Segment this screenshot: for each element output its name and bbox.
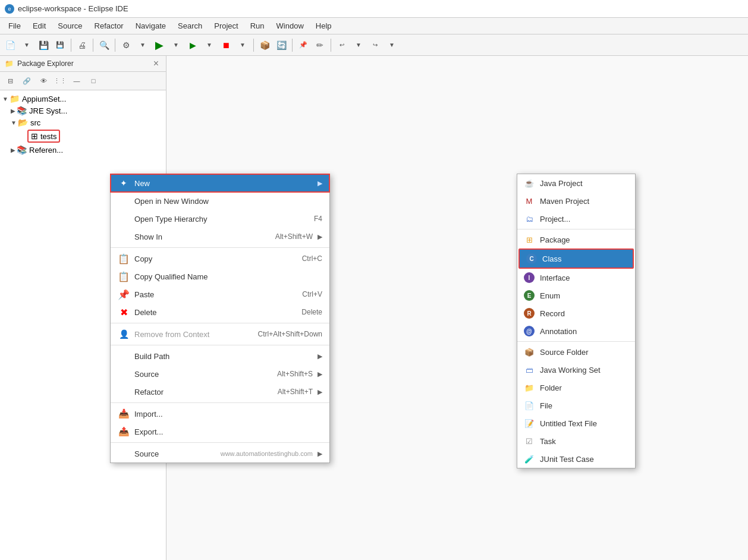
sub-maven-project[interactable]: M Maven Project — [517, 192, 635, 210]
sub-folder[interactable]: 📁 Folder — [517, 379, 635, 397]
src-label: src — [30, 118, 40, 127]
menu-help[interactable]: Help — [310, 19, 338, 33]
toolbar-run2-dropdown[interactable]: ▼ — [202, 37, 217, 53]
sub-record-label: Record — [540, 309, 565, 318]
ctx-delete[interactable]: ✖ Delete Delete — [111, 303, 329, 321]
pe-minimize[interactable]: — — [69, 73, 84, 89]
toolbar-forward-dropdown[interactable]: ▼ — [384, 37, 400, 53]
toolbar-open-type[interactable]: 📦 — [257, 37, 272, 53]
sub-file[interactable]: 📄 File — [517, 397, 635, 414]
pe-maximize[interactable]: □ — [86, 73, 101, 89]
ctx-show-in-icon — [118, 231, 130, 243]
tree-src[interactable]: ▼ 📂 src — [0, 117, 166, 128]
ctx-refactor-shortcut: Alt+Shift+T — [266, 388, 313, 396]
toolbar-run2[interactable]: ▶ — [185, 37, 200, 53]
toolbar-save[interactable]: 💾 — [36, 37, 51, 53]
toolbar-search[interactable]: 🔍 — [96, 37, 112, 53]
ctx-sep5 — [111, 442, 329, 443]
toolbar-sep3 — [115, 39, 115, 52]
pe-view-menu[interactable]: 👁 — [36, 73, 51, 89]
sub-record[interactable]: R Record — [517, 304, 635, 322]
toolbar-open-resource[interactable]: 🔄 — [274, 37, 289, 53]
ctx-show-in[interactable]: Show In Alt+Shift+W ▶ — [111, 228, 329, 246]
menu-window[interactable]: Window — [271, 19, 310, 33]
toolbar-debug[interactable]: ⚙ — [118, 37, 134, 53]
sub-untitled-text[interactable]: 📝 Untitled Text File — [517, 414, 635, 432]
toolbar-run[interactable]: ▶ — [152, 37, 167, 53]
toolbar-print[interactable]: 🖨 — [74, 37, 90, 53]
sub-junit-test-case[interactable]: 🧪 JUnit Test Case — [517, 450, 635, 468]
sub-annotation[interactable]: @ Annotation — [517, 322, 635, 340]
toolbar-back[interactable]: ↩ — [334, 37, 350, 53]
ctx-new[interactable]: ✦ New ▶ — [111, 174, 329, 192]
toolbar-run-dropdown[interactable]: ▼ — [168, 37, 184, 53]
ctx-source-bottom-label: Source — [134, 449, 209, 458]
tree-tests[interactable]: ▶ ⊞ tests — [0, 128, 166, 144]
ctx-refactor[interactable]: Refactor Alt+Shift+T ▶ — [111, 383, 329, 401]
menu-search[interactable]: Search — [172, 19, 208, 33]
ctx-export[interactable]: 📤 Export... — [111, 423, 329, 441]
toolbar-dropdown[interactable]: ▼ — [19, 37, 34, 53]
menu-file[interactable]: File — [2, 19, 27, 33]
sub-java-project[interactable]: ☕ Java Project — [517, 174, 635, 192]
maven-project-icon: M — [523, 195, 535, 207]
sub-java-working-set-label: Java Working Set — [540, 366, 601, 375]
sub-class[interactable]: C Class — [518, 248, 634, 269]
pe-collapse-all[interactable]: ⊟ — [2, 73, 18, 89]
pe-close-button[interactable]: × — [151, 58, 161, 69]
ctx-export-label: Export... — [134, 427, 322, 436]
ctx-open-new-window[interactable]: Open in New Window — [111, 192, 329, 210]
tests-icon: ⊞ — [31, 131, 38, 141]
menu-edit[interactable]: Edit — [27, 19, 52, 33]
pe-link-editor[interactable]: 🔗 — [19, 73, 34, 89]
ctx-build-path[interactable]: Build Path ▶ — [111, 347, 329, 365]
menu-refactor[interactable]: Refactor — [89, 19, 130, 33]
sub-package[interactable]: ⊞ Package — [517, 231, 635, 248]
ctx-copy-qualified[interactable]: 📋 Copy Qualified Name — [111, 268, 329, 285]
ctx-source[interactable]: Source Alt+Shift+S ▶ — [111, 365, 329, 383]
class-icon: C — [526, 253, 538, 265]
sub-source-folder[interactable]: 📦 Source Folder — [517, 343, 635, 361]
toolbar-new-btn[interactable]: 📄 — [2, 37, 18, 53]
toolbar-back-dropdown[interactable]: ▼ — [351, 37, 366, 53]
toolbar: 📄 ▼ 💾 💾 🖨 🔍 ⚙ ▼ ▶ ▼ ▶ ▼ ⏹ ▼ 📦 🔄 📌 ✏ ↩ ▼ … — [0, 34, 748, 56]
toolbar-nav2[interactable]: ✏ — [312, 37, 328, 53]
menu-navigate[interactable]: Navigate — [130, 19, 172, 33]
toolbar-nav1[interactable]: 📌 — [296, 37, 311, 53]
sub-enum[interactable]: E Enum — [517, 287, 635, 304]
menu-run[interactable]: Run — [244, 19, 271, 33]
sub-task[interactable]: ☑ Task — [517, 432, 635, 450]
toolbar-stop-dropdown[interactable]: ▼ — [235, 37, 250, 53]
tree-jre[interactable]: ▶ 📚 JRE Syst... — [0, 105, 166, 117]
toolbar-debug-dropdown[interactable]: ▼ — [135, 37, 150, 53]
ctx-new-arrow: ▶ — [318, 180, 322, 187]
sub-interface[interactable]: I Interface — [517, 269, 635, 287]
annotation-icon: @ — [523, 325, 535, 337]
ctx-source-bottom[interactable]: Source www.automationtestinghub.com ▶ — [111, 445, 329, 463]
ctx-source-icon — [118, 368, 130, 380]
ctx-open-type-hierarchy[interactable]: Open Type Hierarchy F4 — [111, 210, 329, 228]
project-icon: 📁 — [10, 94, 20, 103]
tests-label: tests — [40, 132, 56, 141]
ctx-source-shortcut: Alt+Shift+S — [265, 370, 313, 378]
toolbar-forward[interactable]: ↪ — [367, 37, 383, 53]
tests-package-item: ⊞ tests — [27, 130, 60, 143]
ctx-remove-label: Remove from Context — [134, 330, 246, 339]
sub-project[interactable]: 🗂 Project... — [517, 210, 635, 228]
menu-source[interactable]: Source — [52, 19, 88, 33]
toolbar-save-all[interactable]: 💾 — [52, 37, 68, 53]
toolbar-stop[interactable]: ⏹ — [218, 37, 234, 53]
ctx-show-in-arrow: ▶ — [318, 233, 322, 241]
sub-maven-project-label: Maven Project — [540, 197, 589, 206]
ctx-paste[interactable]: 📌 Paste Ctrl+V — [111, 285, 329, 303]
app-icon: e — [5, 4, 14, 14]
ctx-copy[interactable]: 📋 Copy Ctrl+C — [111, 250, 329, 268]
ctx-type-hierarchy-shortcut: F4 — [302, 215, 322, 223]
sub-java-working-set[interactable]: 🗃 Java Working Set — [517, 361, 635, 379]
menu-bar: File Edit Source Refactor Navigate Searc… — [0, 18, 748, 34]
tree-project[interactable]: ▼ 📁 AppiumSet... — [0, 93, 166, 105]
menu-project[interactable]: Project — [208, 19, 244, 33]
tree-references[interactable]: ▶ 📚 Referen... — [0, 144, 166, 156]
pe-more[interactable]: ⋮⋮ — [52, 73, 68, 89]
ctx-import[interactable]: 📥 Import... — [111, 405, 329, 423]
